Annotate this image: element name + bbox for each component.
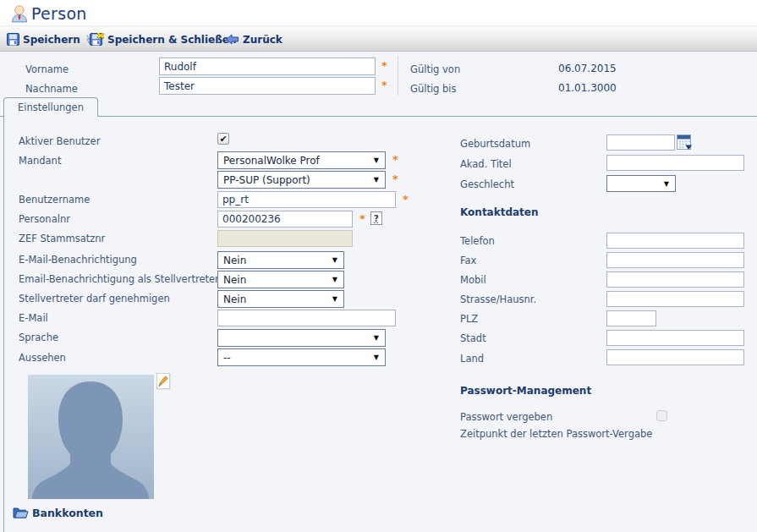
benutzername-label: Benutzername xyxy=(19,194,90,206)
mandant-label: Mandant xyxy=(19,155,61,167)
email-stellvertreter-select-value: Nein xyxy=(223,274,246,286)
back-button-label: Zurück xyxy=(243,34,283,46)
aussehen-select[interactable]: -- ▼ xyxy=(217,348,386,366)
required-asterisk: * xyxy=(381,79,387,91)
telefon-input[interactable] xyxy=(606,233,744,249)
gueltig-von-label: Gültig von xyxy=(410,63,460,75)
geschlecht-label: Geschlecht xyxy=(460,178,514,190)
aussehen-select-value: -- xyxy=(223,352,231,364)
aktiver-benutzer-label: Aktiver Benutzer xyxy=(19,135,100,147)
aktiver-benutzer-checkbox[interactable]: ✔ xyxy=(217,133,229,145)
nachname-label: Nachname xyxy=(25,83,78,95)
strasse-input[interactable] xyxy=(606,291,744,307)
geburtsdatum-input[interactable] xyxy=(606,134,675,151)
required-asterisk: * xyxy=(359,212,365,225)
pencil-icon xyxy=(158,376,168,387)
fax-input[interactable] xyxy=(606,252,744,268)
person-icon xyxy=(10,4,29,23)
gueltig-bis-label: Gültig bis xyxy=(410,83,457,95)
stadt-input[interactable] xyxy=(606,330,744,346)
arrow-left-icon xyxy=(226,34,239,45)
plz-input[interactable] xyxy=(606,310,656,326)
stellvertreter-genehmigen-select-value: Nein xyxy=(223,293,246,305)
folder-icon xyxy=(13,506,29,519)
gruppe-select[interactable]: PP-SUP (Support) ▼ xyxy=(217,171,386,189)
tab-panel-border xyxy=(0,116,757,117)
geburtsdatum-label: Geburtsdatum xyxy=(460,138,530,150)
zeitpunkt-passwort-label: Zeitpunkt der letzten Passwort-Vergabe xyxy=(460,428,652,440)
save-close-button-label: Speichern & Schließen xyxy=(107,34,237,46)
dropdown-arrow-icon: ▼ xyxy=(332,295,337,303)
zef-stammsatznr-input xyxy=(217,230,353,247)
gruppe-select-value: PP-SUP (Support) xyxy=(223,174,310,186)
profile-photo-placeholder xyxy=(28,375,154,499)
stellvertreter-genehmigen-select[interactable]: Nein ▼ xyxy=(217,290,344,308)
stellvertreter-genehmigen-label: Stellvertreter darf genehmigen xyxy=(19,293,170,304)
save-button-label: Speichern xyxy=(23,34,80,46)
required-asterisk: * xyxy=(392,173,398,185)
dropdown-arrow-icon: ▼ xyxy=(332,256,337,264)
calendar-icon xyxy=(677,134,693,151)
save-icon xyxy=(7,33,19,46)
tab-einstellungen[interactable]: Einstellungen xyxy=(3,97,98,117)
sprache-label: Sprache xyxy=(19,332,58,343)
email-benachrichtigung-select-value: Nein xyxy=(223,255,246,266)
save-close-button[interactable]: Speichern & Schließen xyxy=(90,30,237,48)
email-benachrichtigung-select[interactable]: Nein ▼ xyxy=(217,251,344,269)
help-icon[interactable]: ? xyxy=(370,211,382,225)
save-button[interactable]: Speichern ≫ xyxy=(7,30,94,48)
kontaktdaten-heading: Kontaktdaten xyxy=(460,206,539,218)
mobil-input[interactable] xyxy=(606,271,744,288)
person-page: Person Speichern ≫ Speichern & Schließe xyxy=(0,0,757,532)
sprache-select[interactable]: ▼ xyxy=(217,329,386,347)
mandant-select[interactable]: PersonalWolke Prof ▼ xyxy=(217,151,386,169)
mandant-select-value: PersonalWolke Prof xyxy=(223,155,320,167)
personalnr-label: Personalnr xyxy=(19,213,70,225)
strasse-label: Strasse/Hausnr. xyxy=(460,293,536,305)
save-close-icon xyxy=(90,33,104,46)
required-asterisk: * xyxy=(381,59,387,72)
telefon-label: Telefon xyxy=(460,235,495,247)
page-header: Person xyxy=(0,0,757,26)
page-title: Person xyxy=(31,4,87,23)
dropdown-arrow-icon: ▼ xyxy=(374,334,379,342)
mobil-label: Mobil xyxy=(460,274,486,286)
land-label: Land xyxy=(460,353,484,365)
calendar-button[interactable] xyxy=(677,134,693,154)
back-button[interactable]: Zurück xyxy=(226,30,283,48)
geschlecht-select[interactable]: ▼ xyxy=(606,175,676,192)
email-benachrichtigung-label: E-Mail-Benachrichtigung xyxy=(19,254,137,266)
benutzername-input[interactable] xyxy=(217,191,396,208)
email-stellvertreter-select[interactable]: Nein ▼ xyxy=(217,271,344,288)
email-input[interactable] xyxy=(217,310,396,326)
required-asterisk: * xyxy=(392,153,398,166)
passwort-management-heading: Passwort-Management xyxy=(460,385,591,397)
bankkonten-section-toggle[interactable]: Bankkonten xyxy=(13,506,103,519)
dropdown-arrow-icon: ▼ xyxy=(374,176,379,184)
nachname-input[interactable] xyxy=(159,77,376,95)
zef-stammsatznr-label: ZEF Stammsatznr xyxy=(19,233,105,244)
personalnr-input[interactable] xyxy=(217,211,353,228)
stadt-label: Stadt xyxy=(460,332,486,344)
email-label: E-Mail xyxy=(19,312,48,324)
email-stellvertreter-label: Email-Benachrichtigung als Stellvertrete… xyxy=(19,273,219,285)
vorname-input[interactable] xyxy=(159,58,376,75)
passwort-vergeben-checkbox xyxy=(656,410,667,421)
akad-titel-label: Akad. Titel xyxy=(460,158,512,170)
vorname-label: Vorname xyxy=(25,63,69,75)
dropdown-arrow-icon: ▼ xyxy=(374,354,379,361)
field-section-divider xyxy=(398,56,398,96)
toolbar: Speichern ≫ Speichern & Schließen Zurück xyxy=(0,27,757,52)
gueltig-von-value: 06.07.2015 xyxy=(558,63,617,74)
plz-label: PLZ xyxy=(460,313,478,325)
edit-photo-button[interactable] xyxy=(156,373,170,389)
passwort-vergeben-label: Passwort vergeben xyxy=(460,411,552,423)
dropdown-arrow-icon: ▼ xyxy=(332,276,337,283)
aussehen-label: Aussehen xyxy=(19,352,66,364)
dropdown-arrow-icon: ▼ xyxy=(664,180,669,188)
akad-titel-input[interactable] xyxy=(606,155,744,171)
land-input[interactable] xyxy=(606,349,744,365)
fax-label: Fax xyxy=(460,255,476,266)
tab-panel-left-border xyxy=(3,116,4,532)
bankkonten-label: Bankkonten xyxy=(32,507,103,519)
